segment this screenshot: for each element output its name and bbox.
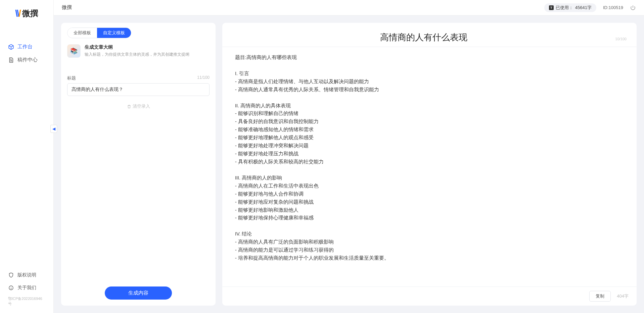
title-label: 标题: [67, 75, 76, 81]
spacer: [61, 109, 216, 280]
user-id: ID:100519: [603, 5, 623, 10]
nav-item-label: 版权说明: [17, 272, 36, 278]
tab-custom-templates[interactable]: 自定义模板: [97, 28, 131, 38]
tab-row: 全部模板 自定义模板: [61, 23, 216, 38]
usage-badge[interactable]: T 已使用： 45641字: [544, 3, 596, 12]
template-title: 生成文章大纲: [85, 44, 189, 50]
nav-item-drafts[interactable]: 稿件中心: [0, 53, 53, 66]
document-icon: [8, 57, 14, 63]
logo: \\/ 微撰: [0, 0, 53, 27]
title-input[interactable]: [67, 83, 210, 96]
logo-mark: \\/: [15, 8, 20, 19]
topbar-right: T 已使用： 45641字 ID:100519: [544, 3, 636, 12]
right-panel: 高情商的人有什么表现 10/100 题目:高情商的人有哪些表现 I. 引言 - …: [222, 23, 637, 306]
tab-group: 全部模板 自定义模板: [67, 28, 131, 38]
page-title: 微撰: [62, 4, 72, 11]
tab-all-templates[interactable]: 全部模板: [67, 28, 97, 38]
template-meta: 生成文章大纲 输入标题，为你提供文章主体的灵感，并为其创建推文提纲: [85, 44, 189, 58]
generate-button[interactable]: 生成内容: [105, 286, 172, 300]
copy-button[interactable]: 复制: [589, 291, 611, 302]
sidebar-collapse-button[interactable]: ◀: [50, 125, 57, 133]
shield-icon: [8, 272, 14, 278]
user-id-value: 100519: [609, 5, 623, 10]
doc-title-row: 高情商的人有什么表现 10/100: [222, 23, 637, 47]
nav-item-workspace[interactable]: 工作台: [0, 40, 53, 53]
clear-label: 清空录入: [133, 103, 150, 109]
title-label-row: 标题 11/100: [67, 75, 210, 81]
main: 全部模板 自定义模板 📚 生成文章大纲 输入标题，为你提供文章主体的灵感，并为其…: [54, 15, 644, 313]
usage-label: 已使用：: [556, 5, 573, 11]
power-button[interactable]: [630, 5, 636, 11]
user-id-label: ID:: [603, 5, 609, 10]
usage-value: 45641字: [575, 5, 592, 11]
word-count: 404字: [617, 293, 629, 299]
doc-title[interactable]: 高情商的人有什么表现: [232, 32, 615, 43]
title-counter: 11/100: [197, 75, 210, 81]
template-desc: 输入标题，为你提供文章主体的灵感，并为其创建推文提纲: [85, 52, 189, 57]
doc-body[interactable]: 题目:高情商的人有哪些表现 I. 引言 - 高情商是指人们处理情绪、与他人互动以…: [222, 47, 637, 286]
left-panel: 全部模板 自定义模板 📚 生成文章大纲 输入标题，为你提供文章主体的灵感，并为其…: [61, 23, 216, 306]
nav-item-label: 工作台: [17, 44, 33, 50]
nav-item-about[interactable]: 关于我们: [0, 281, 53, 294]
nav: 工作台 稿件中心: [0, 27, 53, 269]
nav-item-label: 稿件中心: [17, 57, 38, 63]
nav-item-copyright[interactable]: 版权说明: [0, 269, 53, 281]
text-icon: T: [549, 5, 554, 10]
cube-icon: [8, 44, 14, 50]
icp-text: 鄂ICP备2022016946号: [0, 294, 53, 310]
sidebar-bottom: 版权说明 关于我们 鄂ICP备2022016946号: [0, 269, 53, 313]
title-field-section: 标题 11/100 清空录入: [61, 75, 216, 109]
trash-icon: [127, 104, 131, 109]
nav-item-label: 关于我们: [17, 285, 36, 291]
generate-row: 生成内容: [61, 280, 216, 306]
clear-input-button[interactable]: 清空录入: [67, 103, 210, 109]
sidebar: \\/ 微撰 工作台 稿件中心 版权说明 关于我们: [0, 0, 54, 313]
logo-text: 微撰: [22, 8, 38, 19]
info-icon: [8, 285, 14, 291]
topbar: 微撰 T 已使用： 45641字 ID:100519: [54, 0, 644, 15]
doc-title-counter: 10/100: [615, 37, 627, 41]
template-icon: 📚: [67, 44, 81, 58]
doc-footer: 复制 404字: [222, 286, 637, 306]
template-card: 📚 生成文章大纲 输入标题，为你提供文章主体的灵感，并为其创建推文提纲: [61, 38, 216, 64]
chevron-left-icon: ◀: [52, 126, 55, 131]
